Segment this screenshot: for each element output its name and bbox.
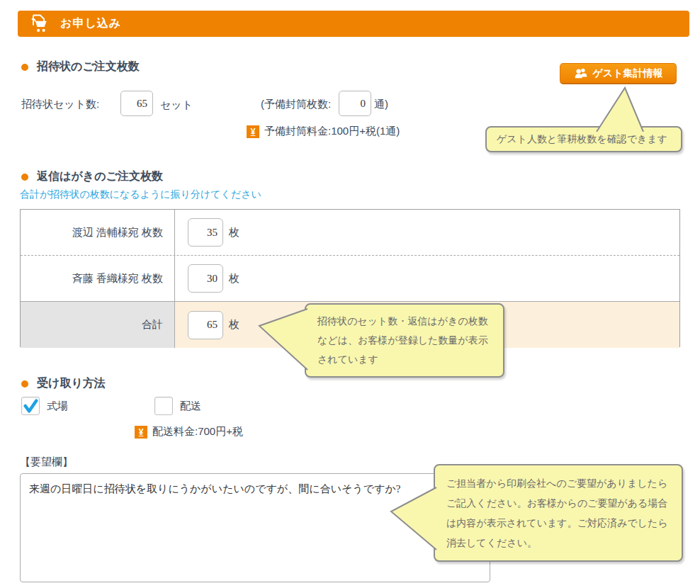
cart-icon [29,14,50,33]
yen-icon: ¥ [135,426,147,439]
request-bubble: ご担当者から印刷会社へのご要望がありましたらご記入ください。お客様からのご要望が… [434,464,683,562]
spare-fee-note: ¥ 予備封筒料金:100円+税(1通) [247,125,400,138]
total-bubble: 招待状のセット数・返信はがきの枚数などは、お客様が登録した数量が表示されています [305,303,504,378]
total-count-input[interactable] [188,311,223,339]
spare-envelope-unit: 通) [374,98,388,111]
users-icon [574,67,588,79]
spare-envelope-label: (予備封筒枚数: [261,98,331,111]
section-delivery-title: 受け取り方法 [37,376,106,391]
guest-summary-button[interactable]: ゲスト集計情報 [560,63,677,84]
order-page: お申し込み 招待状のご注文枚数 招待状セット数: セット (予備封筒枚数: 通)… [0,0,700,588]
guest-bubble: ゲスト人数と筆耕枚数を確認できます [485,126,682,152]
hagaki-allocation-note: 合計が招待状の枚数になるように振り分けてください [20,188,261,201]
invitation-set-input[interactable] [120,91,153,116]
delivery-option-shipping[interactable]: 配送 [154,397,201,415]
request-field-label: 【要望欄】 [20,456,73,469]
section-bullet-icon [21,174,28,181]
recipient-count-cell: 枚 [175,210,679,255]
yen-icon: ¥ [247,125,259,138]
checkbox-venue[interactable] [21,397,40,415]
guest-bubble-tail [588,85,645,132]
checkbox-shipping[interactable] [154,397,173,415]
delivery-option-venue[interactable]: 式場 [21,397,68,415]
total-label: 合計 [21,302,175,348]
section-delivery-heading: 受け取り方法 [21,376,106,391]
count-unit: 枚 [229,272,239,285]
section-hagaki-title: 返信はがきのご注文枚数 [37,169,163,184]
invitation-set-label: 招待状セット数: [21,98,99,111]
recipient-count-cell: 枚 [175,256,679,301]
guest-bubble-text: ゲスト人数と筆耕枚数を確認できます [497,133,667,146]
delivery-options: 式場 配送 [21,397,201,415]
venue-label: 式場 [47,400,68,413]
total-bubble-text: 招待状のセット数・返信はがきの枚数などは、お客様が登録した数量が表示されています [317,315,488,365]
request-bubble-text: ご担当者から印刷会社へのご要望がありましたらご記入ください。お客様からのご要望が… [446,477,668,548]
table-row: 斉藤 香織様宛 枚数 枚 [21,256,679,302]
section-hagaki-heading: 返信はがきのご注文枚数 [21,169,163,184]
recipient-name-label: 渡辺 浩輔様宛 枚数 [21,210,175,255]
section-invitation-title: 招待状のご注文枚数 [37,60,140,74]
recipient-count-input[interactable] [188,218,223,247]
shipping-label: 配送 [180,400,201,413]
count-unit: 枚 [229,318,239,332]
guest-summary-button-label: ゲスト集計情報 [593,67,663,80]
section-bullet-icon [21,64,28,71]
invitation-set-unit: セット [160,98,193,112]
page-header: お申し込み [18,11,689,37]
recipient-count-input[interactable] [188,264,223,293]
request-bubble-tail [388,482,438,555]
section-bullet-icon [21,380,28,388]
table-row: 渡辺 浩輔様宛 枚数 枚 [21,210,679,256]
recipient-name-label: 斉藤 香織様宛 枚数 [21,256,175,301]
section-invitation-heading: 招待状のご注文枚数 [21,60,140,74]
total-bubble-tail [256,306,309,373]
shipping-fee-note: ¥ 配送料金:700円+税 [135,425,243,439]
page-title: お申し込み [60,16,121,31]
count-unit: 枚 [229,226,239,239]
spare-envelope-input[interactable] [339,91,371,116]
